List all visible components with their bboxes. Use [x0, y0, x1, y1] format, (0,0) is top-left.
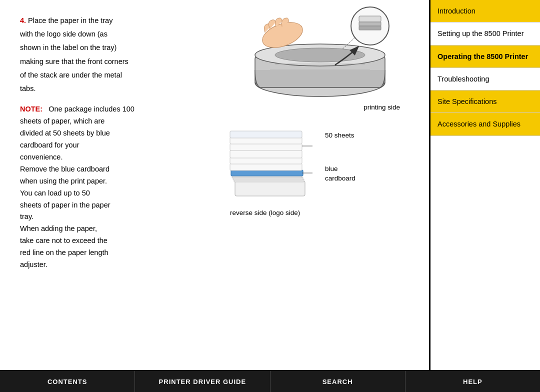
page-wrapper: 4. Place the paper in the tray with the … [0, 0, 540, 392]
sidebar-item-troubleshooting[interactable]: Troubleshooting [430, 68, 540, 90]
note-text-3: divided at 50 sheets by blue [20, 128, 230, 140]
content-area: 4. Place the paper in the tray with the … [0, 0, 429, 370]
illustration-area: printing side [220, 5, 410, 216]
svg-point-3 [275, 48, 365, 62]
step-line-6: tabs. [20, 83, 230, 94]
svg-rect-8 [359, 16, 381, 22]
step-number: 4. [20, 16, 26, 24]
note-text-6: Remove the blue cardboard [20, 164, 230, 176]
svg-rect-20 [230, 144, 302, 150]
note-text-10: tray. [20, 211, 230, 223]
note-text-7: when using the print paper. [20, 176, 230, 188]
note-text-13: red line on the paper length [20, 247, 230, 259]
step-line-2: with the logo side down (as [20, 28, 230, 40]
printing-side-label: printing side [220, 104, 410, 111]
svg-rect-10 [359, 26, 381, 30]
note-text-14: adjuster. [20, 259, 230, 271]
sheet-stack-illustration: 50 sheets blue cardboard reverse side (l… [220, 116, 410, 216]
tray-svg [235, 5, 395, 100]
svg-rect-12 [235, 181, 305, 196]
printer-driver-guide-button[interactable]: PRINTER DRIVER GUIDE [135, 371, 270, 392]
bottom-bar: CONTENTS PRINTER DRIVER GUIDE SEARCH HEL… [0, 370, 540, 392]
sidebar: Introduction Setting up the 8500 Printer… [429, 0, 540, 370]
sidebar-item-introduction[interactable]: Introduction [430, 0, 540, 22]
note-text-9: sheets of paper in the paper [20, 200, 230, 212]
printer-tray-illustration: printing side [220, 5, 410, 111]
note-text-2: sheets of paper, which are [20, 116, 230, 128]
sheets-label: 50 sheets [325, 131, 356, 140]
sidebar-item-operating[interactable]: Operating the 8500 Printer [430, 46, 540, 68]
step-line-4: making sure that the front corners [20, 56, 230, 68]
sidebar-item-site-specs[interactable]: Site Specifications [430, 90, 540, 113]
note-text-12: take care not to exceed the [20, 235, 230, 247]
main-content: 4. Place the paper in the tray with the … [0, 0, 540, 370]
help-button[interactable]: HELP [406, 371, 540, 392]
svg-rect-16 [231, 170, 303, 176]
blue-cardboard-label: blue cardboard [325, 164, 356, 184]
note-text-11: When adding the paper, [20, 223, 230, 235]
svg-rect-17 [230, 164, 302, 170]
note-text-5: convenience. [20, 152, 230, 164]
sidebar-item-accessories[interactable]: Accessories and Supplies [430, 113, 540, 136]
search-button[interactable]: SEARCH [270, 371, 406, 392]
reverse-side-label: reverse side (logo side) [220, 209, 410, 216]
sheet-stack-svg [220, 116, 325, 206]
step-text: 4. Place the paper in the tray with the … [20, 15, 230, 94]
sidebar-item-setting-up[interactable]: Setting up the 8500 Printer [430, 22, 540, 45]
step-line-1: 4. Place the paper in the tray [20, 15, 230, 26]
svg-rect-9 [359, 22, 381, 26]
svg-rect-19 [230, 150, 302, 158]
note-text-8: You can load up to 50 [20, 188, 230, 200]
svg-rect-22 [230, 131, 302, 138]
step-line-5: of the stack are under the metal [20, 70, 230, 81]
note-text-1: NOTE: One package includes 100 [20, 104, 230, 116]
note-text-4: cardboard for your [20, 140, 230, 152]
note-section: NOTE: One package includes 100 sheets of… [20, 104, 230, 271]
step-line-3: shown in the label on the tray) [20, 42, 230, 54]
note-label: NOTE: [20, 105, 42, 113]
contents-button[interactable]: CONTENTS [0, 371, 135, 392]
